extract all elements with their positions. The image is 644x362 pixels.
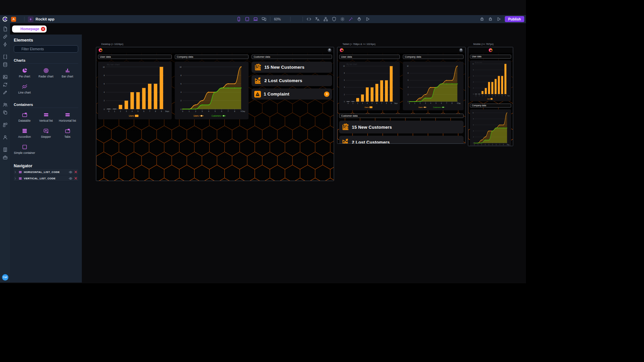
element-accordion[interactable]: Accordion <box>14 126 35 140</box>
hand-icon[interactable] <box>357 17 362 21</box>
publish-button[interactable]: Publish <box>505 16 524 22</box>
visibility-eye-icon[interactable] <box>69 170 72 174</box>
svg-text:My bar chart: My bar chart <box>475 61 482 63</box>
wand-icon[interactable] <box>348 17 353 21</box>
chevron-right-icon[interactable] <box>14 177 17 180</box>
phone-icon[interactable] <box>236 17 241 21</box>
kpi-card-2-lost-customers[interactable]: 2 Lost Customers <box>252 75 332 86</box>
user-data-header[interactable]: User data <box>98 55 172 59</box>
tab-homepage[interactable]: Homepage <box>12 25 47 33</box>
bolt-icon[interactable] <box>3 42 8 47</box>
site-logo[interactable] <box>489 48 492 52</box>
sort-icon[interactable] <box>74 164 78 168</box>
users-icon[interactable] <box>3 102 8 107</box>
svg-text:9: 9 <box>241 110 242 112</box>
eye-icon[interactable] <box>294 17 299 21</box>
customer-data-header[interactable]: Customer data <box>339 114 464 118</box>
element-simple-container[interactable]: Simple container <box>14 142 35 156</box>
link-icon[interactable] <box>3 34 8 39</box>
tablet-icon[interactable] <box>245 17 250 21</box>
user-data-header[interactable]: User data <box>339 55 400 59</box>
svg-text:8: 8 <box>408 72 409 74</box>
copy-icon[interactable] <box>3 110 8 115</box>
navigator-item-vertical_list_code[interactable]: VERTICAL_LIST_CODE <box>14 175 78 182</box>
tablet-frame[interactable]: User data 0246810DaysMy bar chart0123456… <box>337 47 466 144</box>
site-logo[interactable] <box>340 48 343 52</box>
element-stepper[interactable]: Stepper <box>35 126 57 140</box>
element-bar-chart[interactable]: Bar chart <box>57 66 78 80</box>
tab-close-button[interactable] <box>41 27 45 31</box>
kpi-arrow-button[interactable] <box>324 92 329 97</box>
element-datatable[interactable]: Datatable <box>14 110 35 124</box>
kpi-card-15-new-customers[interactable]: 15 New Customers <box>252 62 332 73</box>
navigator-item-horizontal_list_code[interactable]: HORIZONTAL_LIST_CODE <box>14 169 78 175</box>
laptop-icon[interactable] <box>253 17 258 21</box>
company-data-header[interactable]: Company data <box>175 55 249 59</box>
delete-x-icon[interactable] <box>74 170 77 174</box>
translate-icon[interactable] <box>315 17 320 21</box>
element-radar-chart[interactable]: Radar chart <box>35 66 57 80</box>
building-icon[interactable] <box>3 147 8 152</box>
file-icon[interactable] <box>3 26 8 32</box>
element-tabs[interactable]: Tabs <box>57 126 78 140</box>
mobile-frame[interactable]: User data 0246810DaysMy bar chart0123456… <box>468 47 513 146</box>
brackets-icon[interactable] <box>3 54 8 59</box>
kpi-card-15-new-customers[interactable]: 15 New Customers <box>339 121 464 133</box>
app-bolt-icon <box>28 16 34 22</box>
element-pie-chart[interactable]: Pie chart <box>14 66 35 80</box>
filter-elements-search[interactable] <box>14 45 78 53</box>
element-vertical-list[interactable]: Vertical list <box>35 110 57 124</box>
code-icon[interactable] <box>307 17 311 21</box>
user-bar-chart-card[interactable]: 0246810DaysMy bar chart0123456789Users <box>470 60 511 101</box>
customer-data-header[interactable]: Customer data <box>252 55 332 59</box>
zoom-control[interactable]: 60% <box>274 17 286 21</box>
devices-icon[interactable] <box>262 17 266 21</box>
company-line-chart-card[interactable]: 0246810Day0123456789UsersCustomers <box>470 109 511 146</box>
briefcase-icon[interactable] <box>3 155 8 160</box>
sync-icon[interactable] <box>3 82 8 87</box>
shield-icon[interactable] <box>332 17 336 21</box>
info-icon[interactable] <box>3 266 7 271</box>
kpi-card-1-complaint[interactable]: 1 Complaint <box>252 88 332 100</box>
search-input[interactable] <box>21 47 75 51</box>
sitemap-icon[interactable] <box>323 17 328 21</box>
section-header-charts[interactable]: Charts <box>14 57 78 64</box>
company-line-chart-card[interactable]: 0246810Day0123456789UsersCustomers <box>175 62 249 119</box>
svg-text:4: 4 <box>104 91 105 93</box>
workspace-switcher[interactable]: A <box>11 17 21 22</box>
company-line-chart-card[interactable]: 0246810Day0123456789UsersCustomers <box>403 62 464 110</box>
person-icon[interactable] <box>3 135 8 140</box>
database-icon[interactable] <box>3 62 8 67</box>
gear-icon[interactable] <box>340 17 345 21</box>
svg-text:3: 3 <box>425 103 426 104</box>
delete-x-icon[interactable] <box>74 177 77 180</box>
canvas[interactable]: Desktop (> 1024px) <box>82 35 526 283</box>
builder-logo-icon[interactable] <box>2 16 8 22</box>
shapes-icon[interactable] <box>3 122 8 127</box>
site-logo[interactable] <box>99 48 102 52</box>
company-data-header[interactable]: Company data <box>403 55 464 59</box>
svg-text:4: 4 <box>367 103 368 104</box>
app-menu[interactable]: Rockit app <box>28 16 60 22</box>
desktop-frame[interactable]: User data 0246810DaysMy bar chart0123456… <box>96 47 334 181</box>
site-avatar[interactable] <box>328 48 331 52</box>
play-icon[interactable] <box>496 17 501 21</box>
visibility-eye-icon[interactable] <box>69 177 72 180</box>
kpi-card-2-lost-customers[interactable]: 2 Lost Customers <box>339 136 464 144</box>
element-horizontal-list[interactable]: Horizontal list <box>57 110 78 124</box>
user-bar-chart-card[interactable]: 0246810DaysMy bar chart0123456789Users <box>98 62 172 119</box>
bug-icon[interactable] <box>488 17 493 21</box>
company-data-header[interactable]: Company data <box>470 104 511 108</box>
element-line-chart[interactable]: Line chart <box>14 82 35 96</box>
pen-icon[interactable] <box>3 90 8 95</box>
section-header-containers[interactable]: Containers <box>14 101 78 108</box>
chevron-right-icon[interactable] <box>14 171 17 174</box>
play-icon[interactable] <box>365 17 370 21</box>
bug-icon[interactable] <box>480 17 484 21</box>
user-data-header[interactable]: User data <box>470 55 511 59</box>
user-bar-chart-card[interactable]: 0246810DaysMy bar chart0123456789Users <box>339 62 400 110</box>
user-avatar[interactable]: TVP <box>2 274 8 281</box>
svg-text:My bar chart: My bar chart <box>107 63 120 66</box>
image-icon[interactable] <box>3 74 8 79</box>
site-avatar[interactable] <box>459 48 463 52</box>
